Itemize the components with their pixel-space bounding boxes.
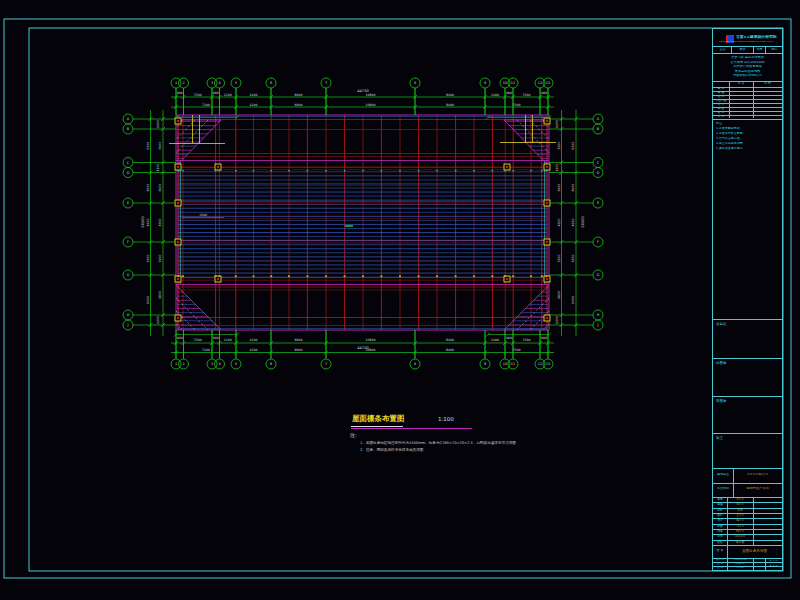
axis-bubble-label: 8 [414,81,416,85]
small-row-label: 日期 [714,535,726,538]
outer-border [4,19,791,578]
purlin-clip-dot [270,275,272,277]
dim-text: 3900 [557,142,561,150]
column-marker-core [546,120,548,122]
notes-label: 注: [350,432,580,438]
bottom-row-value: 钢结构生产车间 [734,487,781,491]
small-row-value: 刘×× [728,525,752,528]
axis-bubble-label: C [127,161,130,165]
purlin-clip-dot [235,275,237,277]
dim-text: 7200 [202,348,210,352]
axis-bubble-label: E [597,201,599,205]
info-line: 未加盖出图章无效 [713,70,782,74]
column-marker-core [546,202,548,204]
dim-text: 3600 [146,184,150,192]
purlin-clip-dot [219,170,220,171]
note-item: 2、拉条、隅撑及撑杆布置详见相关详图。 [360,448,580,452]
purlin-clip-dot [362,275,364,277]
dim-text: 4200 [250,338,258,342]
dim-text: 7500 [513,103,521,107]
wedge-brace [176,120,208,153]
purlin-clip-dot [271,170,272,171]
title-block-divider [713,396,782,397]
info-line: 工程设计出图专用章 [713,65,782,69]
sign-header: 日 期 [754,82,781,85]
dim-text: 4650 [571,219,575,227]
small-row-label: 设总 [714,530,726,533]
note-item: 1、本图檩条间距除注明外均为1500mm，檩条为C180×70×20×2.5，与… [360,441,580,445]
purlin-clip-dot [253,170,254,171]
purlin-clip-dot [473,275,475,277]
dim-text: 2400 [491,93,499,97]
title-block-divider [753,497,754,545]
axis-bubble-label: 3 [211,81,213,85]
title-block-divider [713,358,782,359]
title-block-divider [713,468,782,469]
dim-text: 1200 [555,316,559,324]
dim-text: 3300 [194,338,202,342]
tb-note-line: 3.尺寸以注明为准; [716,137,741,140]
axis-bubble-label: 6 [270,81,272,85]
dim-text: 900 [213,336,219,340]
purlin-clip-dot [436,170,437,171]
purlin-clip-dot [288,170,289,171]
axis-bubble-label: A [597,117,600,121]
axis-bubble-label: 6 [270,362,272,366]
dim-text: 3950 [158,255,162,263]
bottom-row-value: ×××有限公司 [734,473,781,477]
axis-bubble-label: E [127,201,129,205]
dim-text: 7200 [202,103,210,107]
dim-text: 4650 [146,219,150,227]
small-row-value: 张×× [728,498,752,501]
axis-bubble-label: H [127,313,130,317]
purlin-clip-dot [253,275,255,277]
info-line: 证书编号 A162001888 [713,61,782,65]
purlin-clip-dot [418,170,419,171]
dim-text: 4200 [250,103,258,107]
purlin-clip-dot [513,170,514,171]
plan-drawing: 15001234567891011121312345678910111213AB… [0,0,800,600]
purlin-clip-dot [530,275,532,277]
column-marker-core [177,120,179,122]
purlin-clip-dot [491,275,493,277]
dim-text: 3600 [158,184,162,192]
axis-bubble-label: 12 [538,81,542,85]
axis-bubble-label: 5 [235,362,237,366]
axis-bubble-label: H [597,313,600,317]
cert-cell: 甲级 [732,48,753,51]
column-marker-core [546,166,548,168]
axis-bubble-label: D [597,171,600,175]
axis-bubble-label: 2 [182,362,184,366]
purlin-clip-dot [344,275,346,277]
small-row-label: 校对 [714,514,726,517]
section-label: 出图章 [716,361,727,365]
purlin-clip-dot [177,275,179,277]
cert-cell: 编号 [754,48,765,51]
dim-text: 6600 [295,348,303,352]
drawing-title-scale: 1:100 [438,416,454,422]
small-row-value: 王×× [728,514,752,517]
dim-text: 6300 [571,142,575,150]
dim-text: 8400 [446,338,454,342]
dim-text: 2100 [224,93,232,97]
purlin-clip-dot [399,170,400,171]
small-row-label: 阶段 [714,541,726,544]
wedge-hypotenuse [504,120,549,166]
company-name: 甘肃××建筑设计研究院 [736,35,777,39]
axis-bubble-label: 1 [175,362,177,366]
cert-cell: 061 [766,48,782,51]
axis-bubble-label: 9 [484,362,486,366]
sheet-name-value: 屋面檩条布置图 [728,549,781,553]
dim-text: 10800 [366,103,376,107]
section-label: 备注 [716,436,723,440]
dim-text: 6000 [571,296,575,304]
company-name-en: ARCHITECTURAL DESIGN & RESEARCH INSTITUT… [719,41,773,44]
dim-total-left: 24500 [141,216,145,228]
tb-note-line: 附注: [716,122,723,125]
column-marker-core [506,278,508,280]
dim-text: 2400 [491,338,499,342]
column-marker-core [546,241,548,243]
dim-text: 3300 [523,338,531,342]
tb-note-line: 1.本图未盖章无效; [716,127,741,130]
title-block: 甘肃××建筑设计研究院ARCHITECTURAL DESIGN & RESEAR… [712,28,783,571]
